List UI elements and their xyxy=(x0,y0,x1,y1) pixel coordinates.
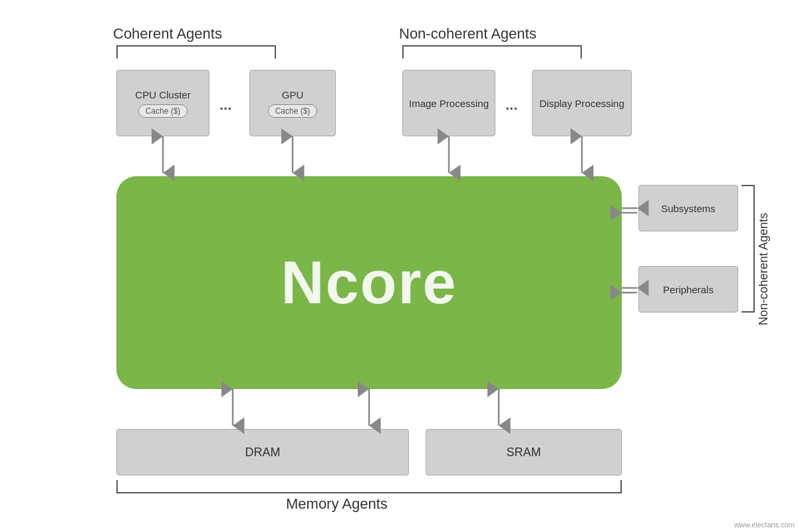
non-coherent-agents-right-label: Non-coherent Agents xyxy=(757,213,771,325)
dram-box: DRAM xyxy=(116,429,409,475)
memory-bracket xyxy=(116,480,622,493)
dots-2: ... xyxy=(505,96,517,114)
non-coherent-right-bracket xyxy=(741,185,755,313)
dots-1: ... xyxy=(219,96,231,114)
image-processing-box: Image Processing xyxy=(402,70,495,136)
peripherals-box: Peripherals xyxy=(638,266,738,313)
non-coherent-agents-top-label: Non-coherent Agents xyxy=(399,25,537,43)
coherent-agents-label: Coherent Agents xyxy=(113,25,222,43)
ncore-label: Ncore xyxy=(281,249,457,317)
non-coherent-top-bracket xyxy=(402,45,582,59)
coherent-bracket xyxy=(116,45,276,59)
diagram-container: Coherent Agents Non-coherent Agents CPU … xyxy=(0,0,798,532)
subsystems-box: Subsystems xyxy=(638,185,738,231)
watermark: www.elecfans.com xyxy=(734,521,795,529)
cpu-cluster-box: CPU Cluster Cache ($) xyxy=(116,70,209,136)
sram-box: SRAM xyxy=(426,429,622,475)
ncore-box: Ncore xyxy=(116,176,622,389)
display-processing-box: Display Processing xyxy=(532,70,632,136)
gpu-box: GPU Cache ($) xyxy=(249,70,336,136)
memory-agents-label: Memory Agents xyxy=(286,495,388,513)
